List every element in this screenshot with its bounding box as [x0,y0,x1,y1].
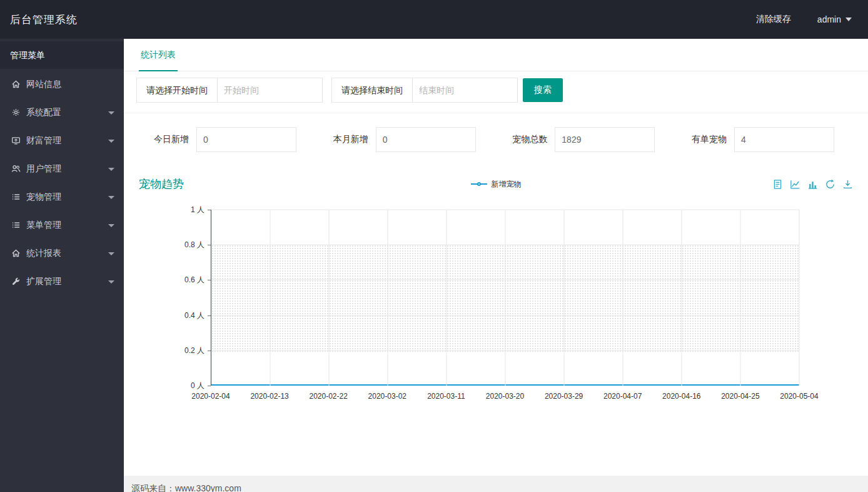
chevron-down-icon [108,168,114,171]
sidebar-item-label: 用户管理 [26,163,61,175]
x-axis-label: 2020-02-04 [191,392,230,401]
sidebar-item-extension-management[interactable]: 扩展管理 [0,267,124,295]
start-date-label: 请选择开始时间 [136,78,218,103]
x-axis-label: 2020-03-11 [427,392,465,401]
x-axis-label: 2020-05-04 [780,392,818,401]
sidebar-item-label: 宠物管理 [26,192,61,203]
topbar: 后台管理系统 清除缓存 admin [0,0,868,39]
divider [124,113,868,113]
download-icon[interactable] [842,179,853,190]
footer-text: 源码来自：www.330ym.com [131,483,241,492]
line-chart-icon[interactable] [790,179,800,190]
stat-label: 今日新增 [154,134,189,145]
sidebar-item-pet-management[interactable]: 宠物管理 [0,183,124,211]
stat-label: 有单宠物 [692,134,727,145]
list-icon [11,192,21,202]
stat-input[interactable] [734,127,834,152]
end-date-label: 请选择结束时间 [331,78,413,103]
sidebar-menu: 网站信息系统配置财富管理用户管理宠物管理菜单管理统计报表扩展管理 [0,69,124,295]
start-date-group: 请选择开始时间 [136,78,323,103]
filter-row: 请选择开始时间 请选择结束时间 搜索 [136,78,868,103]
end-date-input[interactable] [413,78,518,103]
stat-label: 本月新增 [333,134,368,145]
y-axis-label: 1 人 [191,205,204,215]
y-axis-label: 0 人 [191,381,204,391]
search-button[interactable]: 搜索 [523,78,563,102]
clear-cache-link[interactable]: 清除缓存 [756,14,791,25]
grid-line-vertical [329,210,330,386]
data-view-icon[interactable] [772,179,783,190]
sidebar-item-label: 财富管理 [26,135,61,146]
y-axis-label: 0.4 人 [184,310,204,320]
grid-line-vertical [623,210,623,386]
chevron-down-icon [108,252,114,255]
chart-body: 1 人0.8 人0.6 人0.4 人0.2 人0 人 [139,210,853,386]
chevron-down-icon [108,196,114,199]
chart-section: 宠物趋势 新增宠物 1 人0.8 人0.6 人0.4 人0.2 人0 人 202… [124,175,868,404]
tab-label: 统计列表 [141,49,176,61]
username: admin [817,14,841,24]
x-axis-label: 2020-03-29 [545,392,583,401]
stat-group-3: 有单宠物 [692,127,834,152]
y-axis-label: 0.2 人 [184,345,204,356]
stat-input[interactable] [555,127,655,152]
sidebar-item-site-info[interactable]: 网站信息 [0,70,124,98]
caret-down-icon [845,18,852,21]
sidebar-menu-header: 管理菜单 [0,41,124,69]
sidebar-item-system-config[interactable]: 系统配置 [0,98,124,126]
x-axis-label: 2020-04-07 [603,392,642,401]
grid-line-horizontal [211,210,799,210]
stats-row: 今日新增本月新增宠物总数有单宠物 [124,127,868,152]
sidebar-item-label: 菜单管理 [26,220,61,231]
grid-line-vertical [740,210,741,386]
legend-label: 新增宠物 [492,179,522,190]
stat-group-0: 今日新增 [154,127,296,152]
stat-input[interactable] [376,127,476,152]
chart-header: 宠物趋势 新增宠物 [139,175,853,193]
legend-item-new-pets[interactable]: 新增宠物 [139,179,853,190]
stat-group-1: 本月新增 [333,127,476,152]
app-title: 后台管理系统 [0,13,78,27]
tab-statistics-list[interactable]: 统计列表 [139,39,178,71]
sidebar-item-statistics-report[interactable]: 统计报表 [0,239,124,267]
chart-toolbox [772,179,853,190]
x-axis-label: 2020-04-25 [721,392,759,401]
refresh-icon[interactable] [825,179,835,190]
footer: 源码来自：www.330ym.com [124,476,868,492]
stat-input[interactable] [196,127,296,152]
main-content: 统计列表 请选择开始时间 请选择结束时间 搜索 今日新增本月新增宠物总数有单宠物… [124,39,868,492]
grid-line-vertical [270,210,271,386]
list-icon [11,220,21,230]
sidebar-item-wealth-management[interactable]: 财富管理 [0,126,124,155]
stat-label: 宠物总数 [512,134,547,145]
sidebar-item-label: 系统配置 [26,107,61,118]
sidebar: 管理菜单 网站信息系统配置财富管理用户管理宠物管理菜单管理统计报表扩展管理 [0,39,124,492]
grid-line-vertical [564,210,565,386]
start-date-input[interactable] [218,78,323,103]
stat-group-2: 宠物总数 [512,127,655,152]
sidebar-item-label: 统计报表 [26,248,61,259]
wealth-icon [11,136,21,146]
home-icon [11,249,21,259]
sidebar-item-menu-management[interactable]: 菜单管理 [0,211,124,239]
x-axis-labels: 2020-02-042020-02-132020-02-222020-03-02… [211,389,799,404]
gears-icon [11,108,21,118]
chevron-down-icon [108,111,114,115]
legend-line-marker-icon [471,181,487,187]
x-axis-label: 2020-04-16 [662,392,700,401]
bar-chart-icon[interactable] [807,179,818,190]
y-axis: 1 人0.8 人0.6 人0.4 人0.2 人0 人 [139,210,211,386]
grid-line-vertical [505,210,506,386]
user-menu[interactable]: admin [817,14,852,24]
grid-line-vertical [682,210,682,386]
sidebar-item-user-management[interactable]: 用户管理 [0,155,124,183]
plot-area [211,210,799,386]
sidebar-item-label: 扩展管理 [26,276,61,287]
chevron-down-icon [108,224,114,227]
grid-line-horizontal [211,245,799,245]
chevron-down-icon [108,280,114,284]
x-axis-label: 2020-02-22 [309,392,347,401]
users-icon [11,164,21,174]
grid-line-horizontal [211,280,799,280]
x-axis-label: 2020-02-13 [250,392,288,401]
